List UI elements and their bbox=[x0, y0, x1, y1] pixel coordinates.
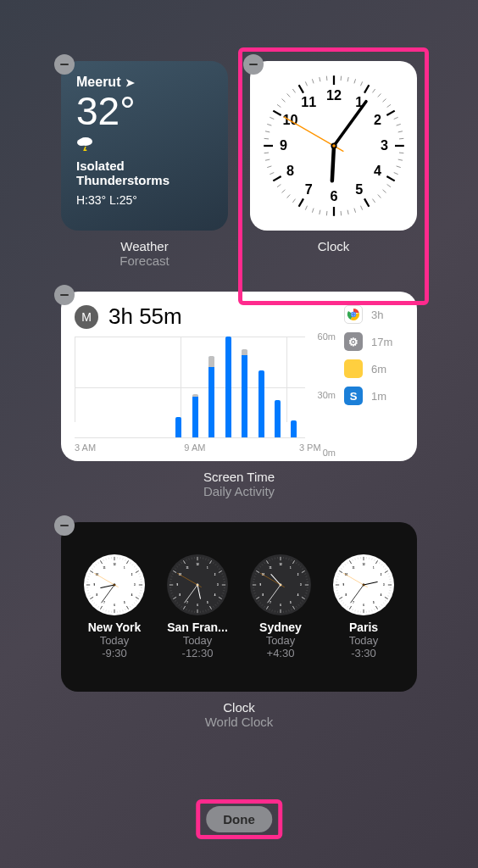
svg-line-170 bbox=[219, 570, 222, 572]
svg-line-341 bbox=[372, 609, 373, 611]
svg-line-233 bbox=[185, 585, 197, 603]
weather-condition: Isolated Thunderstorms bbox=[76, 159, 213, 188]
worldclock-city-offset: +4:30 bbox=[250, 647, 311, 659]
worldclock-city-name: New York bbox=[84, 620, 145, 634]
chart-bar bbox=[192, 395, 198, 437]
svg-text:9: 9 bbox=[342, 583, 344, 587]
svg-line-117 bbox=[103, 609, 104, 610]
worldclock-city-day: Today bbox=[333, 634, 394, 647]
svg-line-35 bbox=[312, 209, 314, 213]
svg-line-45 bbox=[265, 159, 270, 160]
clock-widget-wrap: 123456789101112 Clock bbox=[250, 61, 417, 268]
svg-line-340 bbox=[375, 609, 375, 610]
svg-line-7 bbox=[364, 85, 369, 92]
svg-line-44 bbox=[267, 166, 271, 168]
svg-line-285 bbox=[254, 576, 256, 577]
svg-line-25 bbox=[377, 195, 381, 198]
svg-line-211 bbox=[175, 569, 176, 570]
svg-text:6: 6 bbox=[280, 604, 281, 607]
svg-line-186 bbox=[208, 609, 209, 610]
svg-line-58 bbox=[305, 81, 307, 86]
remove-weather-button[interactable] bbox=[54, 54, 75, 75]
svg-line-169 bbox=[219, 569, 220, 570]
svg-text:1: 1 bbox=[373, 566, 375, 570]
svg-line-125 bbox=[88, 593, 90, 594]
worldclock-widget[interactable]: 123456789101112 New York Today -9:301234… bbox=[61, 522, 417, 692]
svg-line-34 bbox=[319, 210, 320, 214]
remove-worldclock-button[interactable] bbox=[54, 515, 75, 536]
svg-line-200 bbox=[173, 597, 176, 598]
svg-line-291 bbox=[264, 562, 265, 564]
worldclock-city-offset: -3:30 bbox=[333, 647, 394, 659]
svg-line-335 bbox=[385, 600, 386, 601]
svg-line-246 bbox=[302, 569, 303, 570]
svg-line-88 bbox=[126, 560, 128, 564]
svg-text:8: 8 bbox=[180, 593, 181, 597]
svg-text:5: 5 bbox=[207, 601, 208, 604]
svg-line-241 bbox=[292, 559, 292, 561]
svg-line-59 bbox=[312, 79, 314, 83]
svg-line-274 bbox=[262, 604, 263, 606]
svg-line-134 bbox=[92, 569, 93, 570]
svg-line-260 bbox=[298, 604, 299, 606]
svg-line-290 bbox=[262, 564, 263, 565]
svg-line-107 bbox=[130, 606, 131, 608]
svg-text:7: 7 bbox=[353, 601, 354, 604]
svg-line-368 bbox=[347, 562, 348, 564]
remove-clock-button[interactable] bbox=[243, 54, 264, 75]
svg-line-49 bbox=[265, 131, 270, 132]
svg-line-133 bbox=[90, 570, 93, 572]
svg-line-20 bbox=[396, 166, 400, 168]
svg-line-132 bbox=[89, 574, 91, 575]
svg-line-187 bbox=[206, 609, 207, 611]
svg-line-217 bbox=[189, 559, 190, 560]
svg-line-106 bbox=[132, 604, 133, 606]
done-button[interactable]: Done bbox=[206, 806, 272, 832]
weather-widget[interactable]: Meerut ➤ 32° Isolated Thunderstorms H:33… bbox=[61, 61, 228, 231]
svg-line-272 bbox=[266, 606, 268, 609]
svg-text:4: 4 bbox=[214, 593, 216, 597]
svg-line-349 bbox=[349, 606, 351, 609]
svg-text:8: 8 bbox=[346, 593, 347, 597]
worldclock-caption: Clock World Clock bbox=[61, 700, 417, 729]
svg-line-101 bbox=[139, 593, 141, 594]
svg-line-184 bbox=[213, 606, 214, 608]
svg-line-75 bbox=[334, 102, 366, 146]
worldclock-city-offset: -9:30 bbox=[84, 647, 145, 659]
svg-line-338 bbox=[379, 606, 380, 608]
svg-line-249 bbox=[305, 576, 307, 577]
svg-line-369 bbox=[349, 560, 351, 564]
svg-text:1: 1 bbox=[207, 566, 208, 570]
svg-line-42 bbox=[273, 176, 281, 181]
svg-line-94 bbox=[138, 574, 140, 575]
svg-line-255 bbox=[305, 593, 307, 594]
svg-line-50 bbox=[267, 124, 271, 125]
svg-line-325 bbox=[387, 574, 389, 575]
app-usage-row: 3h bbox=[344, 305, 403, 324]
svg-line-120 bbox=[96, 604, 97, 606]
svg-text:5: 5 bbox=[124, 601, 125, 604]
svg-line-212 bbox=[176, 566, 178, 567]
svg-text:6: 6 bbox=[114, 604, 115, 607]
svg-text:6: 6 bbox=[363, 604, 364, 607]
svg-line-121 bbox=[93, 603, 95, 604]
svg-line-371 bbox=[355, 559, 356, 560]
svg-line-171 bbox=[221, 574, 223, 575]
svg-line-183 bbox=[215, 604, 216, 606]
svg-line-19 bbox=[397, 159, 402, 160]
svg-text:3: 3 bbox=[383, 583, 385, 587]
screentime-widget[interactable]: M 3h 55m 60m 30m 0m 3 AM bbox=[61, 292, 417, 461]
svg-line-123 bbox=[90, 597, 93, 598]
worldclock-city-name: Paris bbox=[333, 620, 394, 634]
svg-line-103 bbox=[136, 597, 139, 598]
svg-line-348 bbox=[353, 609, 353, 610]
svg-line-119 bbox=[98, 606, 99, 608]
app-usage-time: 17m bbox=[371, 336, 392, 348]
svg-line-318 bbox=[375, 559, 375, 561]
app-usage-time: 3h bbox=[371, 309, 383, 321]
svg-line-9 bbox=[377, 93, 381, 97]
remove-screentime-button[interactable] bbox=[54, 285, 75, 305]
svg-text:2: 2 bbox=[381, 573, 382, 576]
svg-line-41 bbox=[277, 184, 281, 186]
clock-widget[interactable]: 123456789101112 bbox=[250, 61, 417, 231]
